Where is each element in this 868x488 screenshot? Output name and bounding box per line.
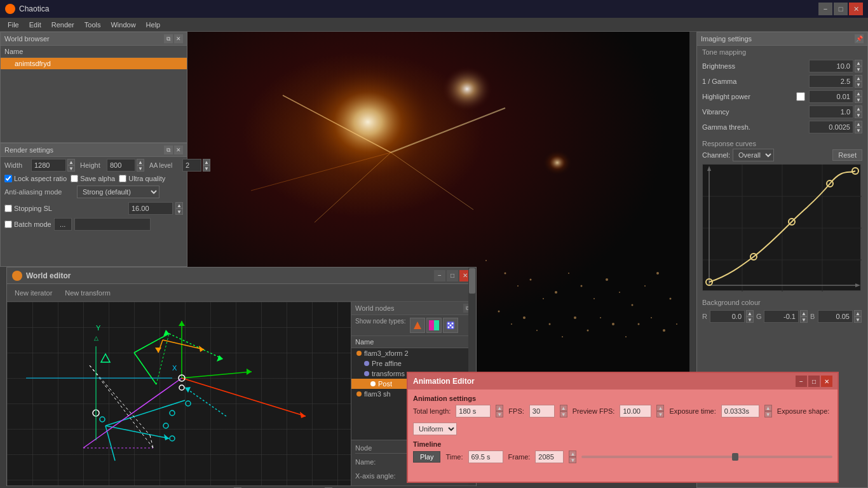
stopping-sl-up-button[interactable]: ▲ <box>175 202 183 208</box>
curves-canvas[interactable] <box>702 164 861 291</box>
play-button[interactable]: Play <box>413 451 440 463</box>
frame-input[interactable] <box>535 451 564 463</box>
width-input[interactable]: 1280 <box>31 159 66 172</box>
highlight-power-input[interactable] <box>809 90 853 103</box>
new-iterator-button[interactable]: New iterator <box>12 288 55 298</box>
ultra-quality-label[interactable]: Ultra quality <box>119 175 165 182</box>
stopping-sl-down-button[interactable]: ▼ <box>175 208 183 215</box>
height-input[interactable] <box>107 159 135 172</box>
exposure-time-spinner[interactable]: ▲ ▼ <box>764 405 772 417</box>
menu-tools[interactable]: Tools <box>79 20 106 30</box>
ae-close-button[interactable]: ✕ <box>821 376 832 387</box>
stopping-sl-checkbox[interactable] <box>4 205 12 212</box>
highlight-power-spinner[interactable]: ▲ ▼ <box>855 90 862 103</box>
aa-mode-select[interactable]: Strong (default) <box>77 186 159 198</box>
preview-fps-spinner[interactable]: ▲ ▼ <box>656 405 664 417</box>
node-item-flam3-xform2[interactable]: flam3_xform 2 <box>351 348 476 358</box>
highlight-down-button[interactable]: ▼ <box>855 97 862 103</box>
frame-up-button[interactable]: ▲ <box>569 451 576 457</box>
batch-mode-checkbox[interactable] <box>4 220 12 228</box>
ae-maximize-button[interactable]: □ <box>808 376 820 387</box>
preview-fps-input[interactable] <box>620 405 651 417</box>
gamma-thresh-spinner[interactable]: ▲ ▼ <box>855 121 862 133</box>
total-length-up-button[interactable]: ▲ <box>496 405 503 411</box>
we-maximize-button[interactable]: □ <box>447 270 458 281</box>
vibrancy-down-button[interactable]: ▼ <box>855 112 862 118</box>
vibrancy-spinner[interactable]: ▲ ▼ <box>855 105 862 118</box>
total-length-spinner[interactable]: ▲ ▼ <box>496 405 503 417</box>
b-down-button[interactable]: ▼ <box>854 316 862 323</box>
brightness-spinner[interactable]: ▲ ▼ <box>855 60 862 72</box>
brightness-down-button[interactable]: ▼ <box>855 66 862 72</box>
new-transform-button[interactable]: New transform <box>62 288 113 298</box>
r-spinner[interactable]: ▲ ▼ <box>746 310 754 323</box>
node-type-flame-button[interactable] <box>410 318 425 333</box>
frame-spinner[interactable]: ▲ ▼ <box>569 451 576 463</box>
imaging-settings-pin-button[interactable]: 📌 <box>855 34 864 43</box>
gamma-thresh-down-button[interactable]: ▼ <box>855 127 862 133</box>
minimize-button[interactable]: − <box>818 3 832 15</box>
timeline-slider[interactable] <box>581 456 832 458</box>
menu-window[interactable]: Window <box>105 20 140 30</box>
node-type-color-button[interactable] <box>426 318 442 333</box>
aa-level-input[interactable] <box>182 159 201 172</box>
aa-up-button[interactable]: ▲ <box>203 159 210 165</box>
menu-edit[interactable]: Edit <box>24 20 46 30</box>
ae-minimize-button[interactable]: − <box>796 376 807 387</box>
gamma-input[interactable] <box>809 75 853 88</box>
menu-file[interactable]: File <box>3 20 24 30</box>
render-settings-float-button[interactable]: ⧉ <box>164 146 173 154</box>
b-channel-input[interactable] <box>818 310 853 323</box>
gamma-spinner[interactable]: ▲ ▼ <box>855 75 862 88</box>
total-length-down-button[interactable]: ▼ <box>496 411 503 417</box>
stopping-sl-spinner[interactable]: ▲ ▼ <box>175 202 183 215</box>
node-type-random-button[interactable] <box>443 318 458 333</box>
save-alpha-checkbox[interactable] <box>71 175 78 182</box>
height-down-button[interactable]: ▼ <box>137 165 144 172</box>
stopping-sl-input[interactable] <box>128 202 173 215</box>
close-button[interactable]: ✕ <box>849 3 863 15</box>
gamma-up-button[interactable]: ▲ <box>855 75 862 81</box>
exposure-time-input[interactable] <box>721 405 759 417</box>
total-length-input[interactable] <box>456 405 491 417</box>
g-channel-input[interactable] <box>764 310 799 323</box>
menu-help[interactable]: Help <box>141 20 166 30</box>
reset-curves-button[interactable]: Reset <box>832 149 862 161</box>
height-up-button[interactable]: ▲ <box>137 159 144 165</box>
b-up-button[interactable]: ▲ <box>854 310 862 316</box>
save-alpha-label[interactable]: Save alpha <box>71 175 115 182</box>
maximize-button[interactable]: □ <box>834 3 848 15</box>
aa-down-button[interactable]: ▼ <box>203 165 210 172</box>
we-minimize-button[interactable]: − <box>434 270 445 281</box>
render-settings-close-button[interactable]: ✕ <box>174 146 183 154</box>
gamma-down-button[interactable]: ▼ <box>855 81 862 88</box>
g-up-button[interactable]: ▲ <box>800 310 808 316</box>
frame-down-button[interactable]: ▼ <box>569 457 576 463</box>
fps-spinner[interactable]: ▲ ▼ <box>560 405 567 417</box>
height-spinner[interactable]: ▲ ▼ <box>137 159 144 172</box>
batch-mode-value-input[interactable] <box>74 218 151 231</box>
channel-select[interactable]: Overall Red Green Blue <box>733 149 774 161</box>
r-channel-input[interactable] <box>710 310 745 323</box>
menu-render[interactable]: Render <box>46 20 79 30</box>
world-editor-viewport[interactable]: Y △ X <box>7 302 351 485</box>
exposure-time-down-button[interactable]: ▼ <box>764 411 772 417</box>
aa-spinner[interactable]: ▲ ▼ <box>203 159 210 172</box>
ultra-quality-checkbox[interactable] <box>119 175 126 182</box>
width-spinner[interactable]: ▲ ▼ <box>67 159 75 172</box>
vibrancy-input[interactable] <box>809 105 853 118</box>
lock-aspect-checkbox[interactable] <box>4 175 12 182</box>
world-browser-item[interactable]: animtsdfryd <box>1 58 187 69</box>
g-spinner[interactable]: ▲ ▼ <box>800 310 808 323</box>
preview-fps-down-button[interactable]: ▼ <box>656 411 664 417</box>
preview-fps-up-button[interactable]: ▲ <box>656 405 664 411</box>
world-browser-float-button[interactable]: ⧉ <box>164 34 173 43</box>
width-up-button[interactable]: ▲ <box>67 159 75 165</box>
gamma-thresh-up-button[interactable]: ▲ <box>855 121 862 127</box>
timeline-slider-thumb[interactable] <box>732 453 738 461</box>
brightness-up-button[interactable]: ▲ <box>855 60 862 66</box>
lock-aspect-label[interactable]: Lock aspect ratio <box>4 175 67 182</box>
g-down-button[interactable]: ▼ <box>800 316 808 323</box>
world-browser-close-button[interactable]: ✕ <box>174 34 183 43</box>
time-input[interactable] <box>468 451 503 463</box>
